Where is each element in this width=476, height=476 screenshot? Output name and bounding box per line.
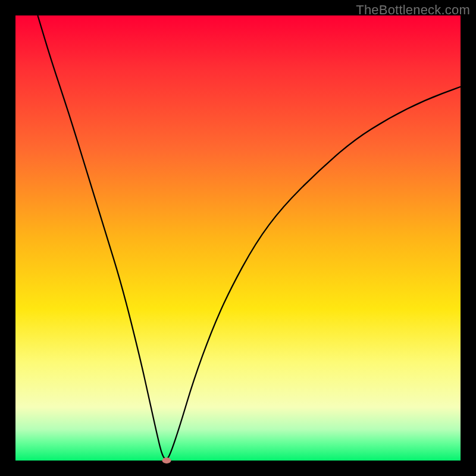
chart-frame: TheBottleneck.com (0, 0, 476, 476)
curve-path (37, 15, 461, 459)
watermark-text: TheBottleneck.com (356, 2, 470, 18)
plot-area (15, 15, 461, 461)
optimum-marker (162, 458, 171, 464)
bottleneck-curve (15, 15, 461, 461)
